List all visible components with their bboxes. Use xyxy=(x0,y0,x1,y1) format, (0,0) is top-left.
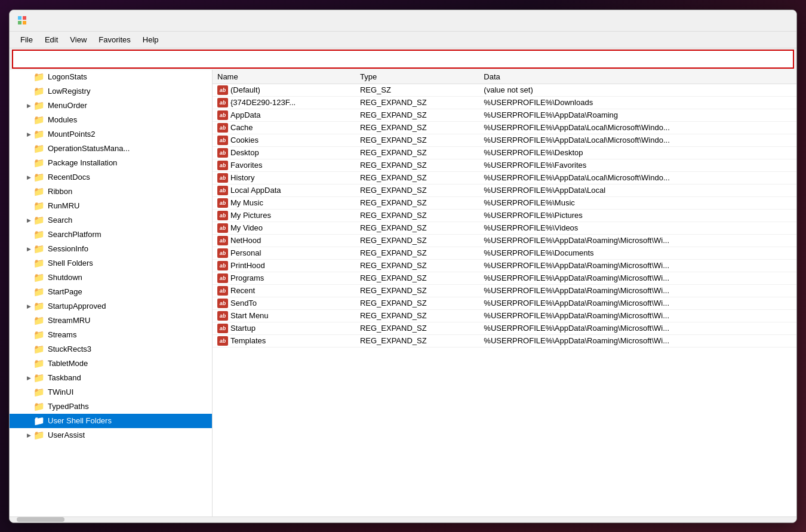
folder-icon: 📁 xyxy=(33,330,45,340)
sidebar-item-menuorder[interactable]: 📁MenuOrder xyxy=(10,99,212,113)
expand-arrow[interactable] xyxy=(24,101,33,110)
sidebar-item-startupapproved[interactable]: 📁StartupApproved xyxy=(10,299,212,313)
sidebar-item-searchplatform[interactable]: 📁SearchPlatform xyxy=(10,227,212,242)
sidebar-item-search[interactable]: 📁Search xyxy=(10,213,212,227)
row-data: %USERPROFILE%\AppData\Local\Microsoft\Wi… xyxy=(479,134,796,146)
table-row[interactable]: abPersonalREG_EXPAND_SZ%USERPROFILE%\Doc… xyxy=(213,247,796,259)
row-data: %USERPROFILE%\Desktop xyxy=(479,146,796,159)
menu-help[interactable]: Help xyxy=(137,33,165,47)
row-name: abSendTo xyxy=(213,297,355,309)
table-row[interactable]: abLocal AppDataREG_EXPAND_SZ%USERPROFILE… xyxy=(213,184,796,196)
expand-arrow[interactable] xyxy=(24,302,33,311)
maximize-button[interactable] xyxy=(734,10,762,31)
sidebar-item-sessioninfo[interactable]: 📁SessionInfo xyxy=(10,242,212,256)
sidebar-item-modules[interactable]: 📁Modules xyxy=(10,113,212,127)
registry-table: Name Type Data ab(Default)REG_SZ(value n… xyxy=(213,70,796,348)
table-row[interactable]: abStartupREG_EXPAND_SZ%USERPROFILE%\AppD… xyxy=(213,322,796,334)
minimize-button[interactable] xyxy=(707,10,734,31)
row-name: abTemplates xyxy=(213,334,355,347)
registry-editor-window: File Edit View Favorites Help 📁LogonStat… xyxy=(9,10,797,523)
reg-type-icon: ab xyxy=(217,85,228,95)
registry-values-panel: Name Type Data ab(Default)REG_SZ(value n… xyxy=(213,70,796,516)
table-row[interactable]: abProgramsREG_EXPAND_SZ%USERPROFILE%\App… xyxy=(213,272,796,284)
sidebar-item-ribbon[interactable]: 📁Ribbon xyxy=(10,184,212,199)
reg-type-icon: ab xyxy=(217,173,228,183)
sidebar-item-label: MenuOrder xyxy=(48,101,87,110)
menu-view[interactable]: View xyxy=(64,33,93,47)
row-data: %USERPROFILE%\Pictures xyxy=(479,209,796,222)
expand-arrow[interactable] xyxy=(24,244,33,254)
row-name: abDesktop xyxy=(213,146,355,159)
close-button[interactable] xyxy=(762,10,789,31)
sidebar-item-package-installation[interactable]: 📁Package Installation xyxy=(10,156,212,170)
row-name: abNetHood xyxy=(213,234,355,247)
expand-arrow[interactable] xyxy=(24,173,33,182)
sidebar-item-stuckrects3[interactable]: 📁StuckRects3 xyxy=(10,342,212,356)
expand-arrow[interactable] xyxy=(24,373,33,383)
reg-type-icon: ab xyxy=(217,273,228,283)
sidebar-item-label: User Shell Folders xyxy=(48,416,112,425)
sidebar-item-twinui[interactable]: 📁TWinUI xyxy=(10,385,212,399)
sidebar-item-streammru[interactable]: 📁StreamMRU xyxy=(10,313,212,328)
row-data: %USERPROFILE%\Downloads xyxy=(479,96,796,109)
table-row[interactable]: abCookiesREG_EXPAND_SZ%USERPROFILE%\AppD… xyxy=(213,134,796,146)
sidebar-item-typedpaths[interactable]: 📁TypedPaths xyxy=(10,399,212,414)
sidebar-item-tabletmode[interactable]: 📁TabletMode xyxy=(10,356,212,371)
row-data: %USERPROFILE%\Music xyxy=(479,196,796,209)
folder-icon: 📁 xyxy=(33,373,45,383)
folder-icon: 📁 xyxy=(33,115,45,125)
table-row[interactable]: abSendToREG_EXPAND_SZ%USERPROFILE%\AppDa… xyxy=(213,297,796,309)
row-type: REG_EXPAND_SZ xyxy=(355,121,479,134)
expand-arrow[interactable] xyxy=(24,130,33,139)
folder-icon: 📁 xyxy=(33,387,45,398)
sidebar-item-label: Search xyxy=(48,216,72,225)
address-bar[interactable] xyxy=(12,50,794,69)
row-data: (value not set) xyxy=(479,84,796,96)
expand-arrow[interactable] xyxy=(24,216,33,225)
reg-type-icon: ab xyxy=(217,236,228,245)
row-data: %USERPROFILE%\AppData\Local\Microsoft\Wi… xyxy=(479,121,796,134)
table-row[interactable]: abDesktopREG_EXPAND_SZ%USERPROFILE%\Desk… xyxy=(213,146,796,159)
sidebar-item-userassist[interactable]: 📁UserAssist xyxy=(10,428,212,442)
table-row[interactable]: abFavoritesREG_EXPAND_SZ%USERPROFILE%\Fa… xyxy=(213,159,796,171)
sidebar-item-runmru[interactable]: 📁RunMRU xyxy=(10,199,212,213)
table-row[interactable]: abMy PicturesREG_EXPAND_SZ%USERPROFILE%\… xyxy=(213,209,796,222)
menu-bar: File Edit View Favorites Help xyxy=(10,32,796,48)
reg-type-icon: ab xyxy=(217,186,228,195)
table-row[interactable]: abRecentREG_EXPAND_SZ%USERPROFILE%\AppDa… xyxy=(213,284,796,297)
table-row[interactable]: ab{374DE290-123F...REG_EXPAND_SZ%USERPRO… xyxy=(213,96,796,109)
menu-file[interactable]: File xyxy=(14,33,39,47)
sidebar-item-label: RecentDocs xyxy=(48,173,90,182)
sidebar-item-recentdocs[interactable]: 📁RecentDocs xyxy=(10,170,212,184)
table-row[interactable]: abHistoryREG_EXPAND_SZ%USERPROFILE%\AppD… xyxy=(213,171,796,184)
table-row[interactable]: abMy VideoREG_EXPAND_SZ%USERPROFILE%\Vid… xyxy=(213,222,796,234)
row-data: %USERPROFILE%\Favorites xyxy=(479,159,796,171)
table-row[interactable]: abPrintHoodREG_EXPAND_SZ%USERPROFILE%\Ap… xyxy=(213,259,796,272)
table-row[interactable]: abNetHoodREG_EXPAND_SZ%USERPROFILE%\AppD… xyxy=(213,234,796,247)
row-type: REG_EXPAND_SZ xyxy=(355,222,479,234)
table-row[interactable]: abStart MenuREG_EXPAND_SZ%USERPROFILE%\A… xyxy=(213,309,796,322)
menu-edit[interactable]: Edit xyxy=(39,33,64,47)
sidebar-tree: 📁LogonStats📁LowRegistry📁MenuOrder📁Module… xyxy=(10,70,213,516)
sidebar-item-logonstats[interactable]: 📁LogonStats xyxy=(10,70,212,84)
sidebar-item-operationstatusmana---[interactable]: 📁OperationStatusMana... xyxy=(10,142,212,156)
table-row[interactable]: abAppDataREG_EXPAND_SZ%USERPROFILE%\AppD… xyxy=(213,109,796,121)
sidebar-item-user-shell-folders[interactable]: 📁User Shell Folders xyxy=(10,414,212,428)
sidebar-item-startpage[interactable]: 📁StartPage xyxy=(10,285,212,299)
menu-favorites[interactable]: Favorites xyxy=(93,33,136,47)
expand-arrow[interactable] xyxy=(24,430,33,440)
table-row[interactable]: abCacheREG_EXPAND_SZ%USERPROFILE%\AppDat… xyxy=(213,121,796,134)
table-row[interactable]: abTemplatesREG_EXPAND_SZ%USERPROFILE%\Ap… xyxy=(213,334,796,347)
table-row[interactable]: ab(Default)REG_SZ(value not set) xyxy=(213,84,796,96)
horizontal-scrollbar[interactable] xyxy=(17,517,64,522)
sidebar-item-taskband[interactable]: 📁Taskband xyxy=(10,371,212,385)
sidebar-item-mountpoints2[interactable]: 📁MountPoints2 xyxy=(10,127,212,142)
sidebar-item-label: StuckRects3 xyxy=(48,345,91,353)
sidebar-item-shutdown[interactable]: 📁Shutdown xyxy=(10,270,212,285)
svg-rect-3 xyxy=(23,21,26,24)
sidebar-item-streams[interactable]: 📁Streams xyxy=(10,328,212,342)
sidebar-item-shell-folders[interactable]: 📁Shell Folders xyxy=(10,256,212,270)
sidebar-item-label: OperationStatusMana... xyxy=(48,144,130,153)
table-row[interactable]: abMy MusicREG_EXPAND_SZ%USERPROFILE%\Mus… xyxy=(213,196,796,209)
sidebar-item-lowregistry[interactable]: 📁LowRegistry xyxy=(10,84,212,99)
